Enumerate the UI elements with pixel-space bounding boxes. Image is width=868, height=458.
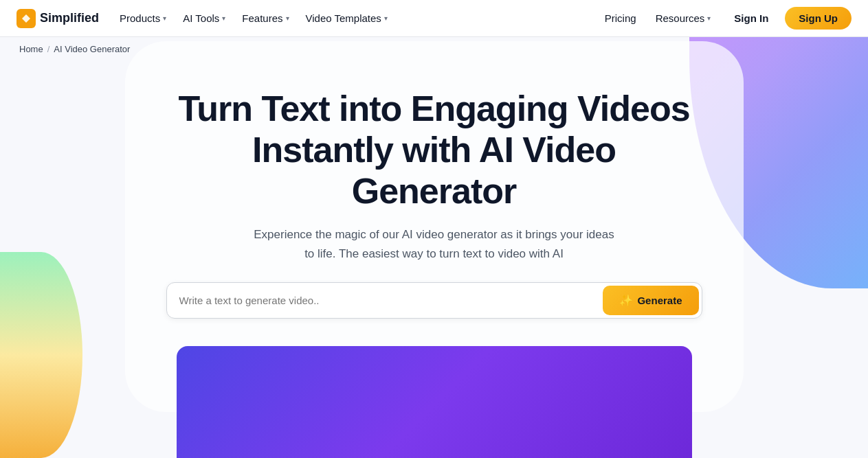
navbar: Simplified Products ▾ AI Tools ▾ Feature… [0, 0, 868, 37]
breadcrumb-separator: / [47, 44, 50, 54]
nav-products[interactable]: Products ▾ [113, 8, 173, 28]
nav-ai-tools[interactable]: AI Tools ▾ [176, 8, 232, 28]
hero-subtitle: Experience the magic of our AI video gen… [249, 225, 620, 262]
features-chevron-icon: ▾ [286, 14, 289, 22]
nav-links: Products ▾ AI Tools ▾ Features ▾ Video T… [113, 8, 598, 28]
pricing-link[interactable]: Pricing [598, 8, 643, 28]
generate-icon: ✨ [619, 294, 633, 307]
nav-features[interactable]: Features ▾ [235, 8, 296, 28]
nav-right: Pricing Resources ▾ Sign In Sign Up [598, 7, 852, 30]
products-chevron-icon: ▾ [163, 14, 166, 22]
breadcrumb-home[interactable]: Home [19, 44, 43, 54]
signin-button[interactable]: Sign In [723, 8, 779, 29]
signup-button[interactable]: Sign Up [785, 7, 852, 30]
video-text-input[interactable] [167, 285, 601, 316]
resources-chevron-icon: ▾ [707, 14, 711, 22]
ai-tools-chevron-icon: ▾ [222, 14, 225, 22]
hero-title: Turn Text into Engaging Videos Instantly… [166, 89, 702, 211]
hero-section: Turn Text into Engaging Videos Instantly… [0, 61, 868, 339]
resources-link[interactable]: Resources ▾ [649, 8, 718, 28]
logo-text: Simplified [40, 11, 99, 25]
breadcrumb-current: AI Video Generator [54, 44, 130, 54]
video-templates-chevron-icon: ▾ [384, 14, 388, 22]
logo-icon [16, 9, 36, 28]
video-preview [177, 346, 692, 458]
nav-video-templates[interactable]: Video Templates ▾ [299, 8, 394, 28]
breadcrumb: Home / AI Video Generator [0, 37, 868, 61]
generate-button[interactable]: ✨ Generate [603, 286, 698, 315]
logo[interactable]: Simplified [16, 9, 99, 28]
video-generator-input-row: ✨ Generate [166, 282, 702, 319]
